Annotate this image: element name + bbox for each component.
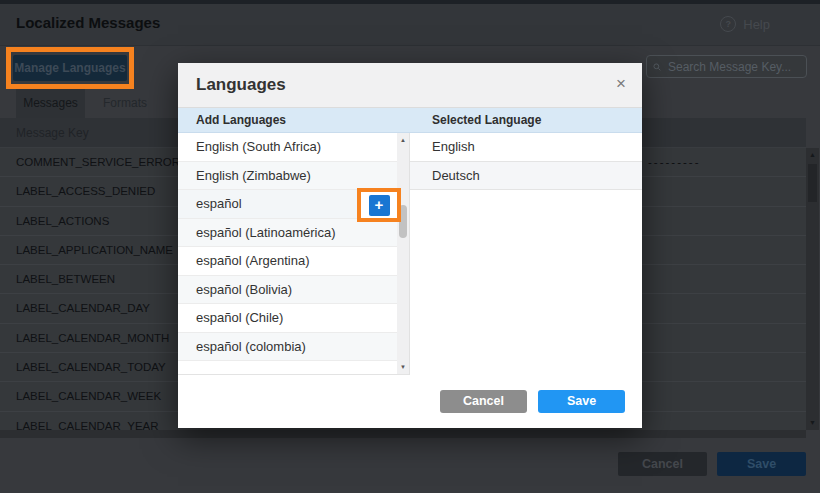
- add-language-item[interactable]: español (Chile): [178, 304, 397, 333]
- page-title: Localized Messages: [16, 14, 160, 31]
- dialog-header: Languages ×: [178, 63, 642, 108]
- page-cancel-button[interactable]: Cancel: [618, 452, 707, 476]
- tab-formats[interactable]: Formats: [94, 89, 156, 118]
- add-language-item[interactable]: English (Zimbabwe): [178, 162, 397, 191]
- selected-language-label: Deutsch: [432, 168, 480, 183]
- scroll-up-icon[interactable]: ▲: [806, 149, 819, 161]
- add-language-plus-button[interactable]: +: [369, 195, 390, 216]
- add-language-item[interactable]: English (South Africa): [178, 133, 397, 162]
- message-value-cell: ---------: [648, 148, 700, 176]
- search-box[interactable]: [646, 55, 807, 78]
- add-language-label: español: [196, 196, 242, 211]
- tab-messages[interactable]: Messages: [16, 89, 85, 118]
- page-save-button[interactable]: Save: [717, 452, 806, 476]
- add-language-label: español (Chile): [196, 310, 283, 325]
- help-button[interactable]: ? Help: [720, 16, 770, 32]
- languages-dialog: Languages × Add Languages Selected Langu…: [178, 63, 642, 428]
- add-language-label: English (South Africa): [196, 139, 321, 154]
- add-languages-list: English (South Africa)English (Zimbabwe)…: [178, 133, 397, 375]
- add-language-item[interactable]: español+: [178, 190, 397, 219]
- manage-languages-button[interactable]: Manage Languages: [13, 55, 127, 81]
- message-key-cell: LABEL_CALENDAR_YEAR: [16, 420, 159, 430]
- app-window: Localized Messages ? Help Manage Languag…: [0, 0, 820, 493]
- message-key-cell: LABEL_CALENDAR_TODAY: [16, 361, 166, 373]
- selected-language-item[interactable]: Deutsch: [410, 162, 642, 191]
- add-language-label: español (Bolivia): [196, 282, 292, 297]
- add-language-label: español (Latinoamérica): [196, 225, 335, 240]
- dialog-title: Languages: [178, 63, 642, 107]
- message-key-cell: LABEL_ACCESS_DENIED: [16, 185, 155, 197]
- help-icon: ?: [720, 16, 736, 32]
- scroll-down-icon[interactable]: ▼: [806, 417, 819, 429]
- message-key-cell: LABEL_BETWEEN: [16, 273, 115, 285]
- add-language-item[interactable]: español (Argentina): [178, 247, 397, 276]
- dialog-body: English (South Africa)English (Zimbabwe)…: [178, 133, 642, 375]
- selected-language-label: English: [432, 139, 475, 154]
- vertical-scrollbar[interactable]: ▲ ▼: [806, 148, 819, 430]
- message-key-cell: LABEL_ACTIONS: [16, 215, 109, 227]
- column-header-row: Add Languages Selected Language: [178, 108, 642, 133]
- selected-language-item[interactable]: English: [410, 133, 642, 162]
- help-label: Help: [743, 17, 770, 32]
- vertical-scrollbar-thumb[interactable]: [808, 164, 817, 202]
- add-language-label: English (Zimbabwe): [196, 168, 311, 183]
- add-language-label: español (colombia): [196, 339, 306, 354]
- add-language-label: español (Argentina): [196, 253, 309, 268]
- add-language-item[interactable]: español (colombia): [178, 333, 397, 362]
- message-key-cell: LABEL_CALENDAR_WEEK: [16, 390, 161, 402]
- list-scroll-down-icon[interactable]: ▼: [397, 361, 409, 373]
- message-key-cell: LABEL_CALENDAR_MONTH: [16, 332, 169, 344]
- dialog-save-button[interactable]: Save: [538, 390, 625, 413]
- message-key-cell: LABEL_CALENDAR_DAY: [16, 302, 150, 314]
- list-scrollbar[interactable]: ▲ ▼: [397, 133, 409, 375]
- message-key-cell: LABEL_APPLICATION_NAME: [16, 244, 173, 256]
- add-language-item[interactable]: español (Bolivia): [178, 276, 397, 305]
- close-icon[interactable]: ×: [616, 74, 626, 94]
- search-icon: [653, 61, 661, 73]
- message-key-cell: COMMENT_SERVICE_ERROR_ME: [16, 156, 204, 168]
- horizontal-scrollbar[interactable]: [0, 430, 806, 438]
- search-input[interactable]: [666, 59, 800, 75]
- selected-languages-list: EnglishDeutsch: [410, 133, 642, 375]
- selected-language-header: Selected Language: [410, 108, 642, 132]
- list-scroll-up-icon[interactable]: ▲: [397, 134, 409, 146]
- add-languages-header: Add Languages: [178, 108, 410, 132]
- highlight-box-add-button: +: [357, 188, 401, 222]
- add-language-item[interactable]: español (Latinoamérica): [178, 219, 397, 248]
- dialog-cancel-button[interactable]: Cancel: [440, 390, 527, 413]
